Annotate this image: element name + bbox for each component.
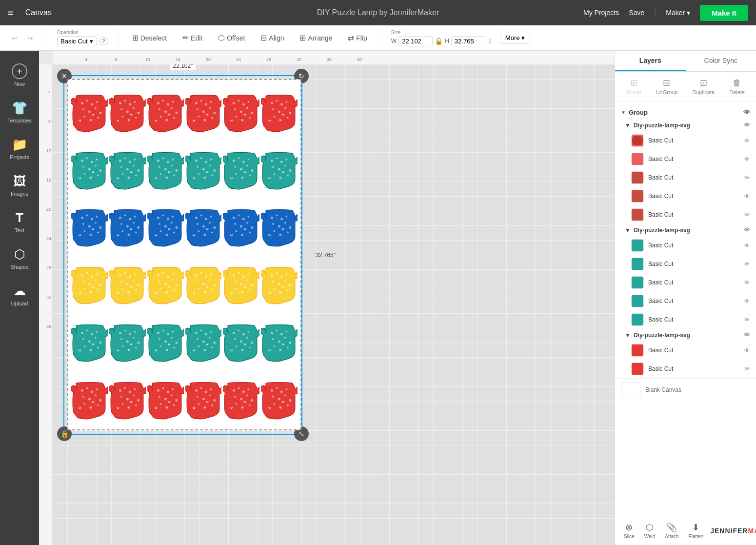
svg-point-230 xyxy=(173,289,175,291)
subgroup-arrow-3: ▼ xyxy=(625,332,631,339)
svg-point-6 xyxy=(95,107,97,109)
panel-tabs: Layers Color Sync xyxy=(615,51,756,72)
save-button[interactable]: Save xyxy=(629,9,644,17)
undo-button[interactable]: ↩ xyxy=(8,32,21,44)
tab-layers[interactable]: Layers xyxy=(615,51,686,71)
svg-point-232 xyxy=(200,272,202,274)
offset-button[interactable]: ⬡ Offset xyxy=(214,31,249,44)
layer-actions: ⊞ Group ⊟ UnGroup ⊡ Duplicate 🗑 Delete xyxy=(615,72,756,101)
svg-point-56 xyxy=(276,100,278,101)
duplicate-button[interactable]: ⊡ Duplicate xyxy=(688,76,718,97)
divider-2 xyxy=(118,29,119,47)
svg-point-219 xyxy=(135,289,137,291)
svg-point-69 xyxy=(96,159,98,161)
layer-item[interactable]: Basic Cut 👁 xyxy=(615,168,756,187)
svg-point-334 xyxy=(82,396,84,398)
svg-rect-398 xyxy=(632,172,643,183)
layer-item[interactable]: Basic Cut 👁 xyxy=(615,273,756,292)
svg-point-112 xyxy=(242,161,245,163)
layer-item[interactable]: Basic Cut 👁 xyxy=(615,131,756,150)
sidebar-item-images[interactable]: 🖼 Images xyxy=(3,169,36,202)
svg-point-85 xyxy=(121,173,123,175)
svg-point-338 xyxy=(84,403,86,405)
svg-point-264 xyxy=(81,332,83,334)
layer-eye-icon[interactable]: 👁 xyxy=(744,261,750,268)
svg-point-370 xyxy=(213,399,216,402)
layer-group-header-main[interactable]: ▼ Group 👁 xyxy=(615,105,756,119)
operation-dropdown[interactable]: Basic Cut ▾ xyxy=(57,36,97,46)
svg-point-148 xyxy=(126,225,129,228)
svg-point-35 xyxy=(204,103,207,105)
svg-point-191 xyxy=(272,223,274,225)
subgroup-header-1[interactable]: ▼ Diy-puzzle-lamp-svg 👁 xyxy=(615,119,756,131)
shapes-icon: ⬡ xyxy=(14,247,25,262)
layer-eye-icon[interactable]: 👁 xyxy=(744,298,750,305)
layer-item[interactable]: Basic Cut 👁 xyxy=(615,150,756,168)
layer-eye-icon[interactable]: 👁 xyxy=(744,347,750,354)
subgroup-header-3[interactable]: ▼ Diy-puzzle-lamp-svg 👁 xyxy=(615,329,756,341)
group-eye-icon[interactable]: 👁 xyxy=(743,108,750,116)
menu-icon[interactable]: ≡ xyxy=(8,7,14,19)
svg-point-247 xyxy=(240,283,242,285)
maker-dropdown[interactable]: Maker ▾ xyxy=(666,9,690,17)
delete-button[interactable]: 🗑 Delete xyxy=(725,76,749,97)
height-input[interactable] xyxy=(451,36,485,46)
sidebar-item-templates[interactable]: 👕 Templates xyxy=(3,96,36,128)
lock-aspect-icon[interactable]: 🔒 xyxy=(435,37,443,45)
puzzle-piece xyxy=(223,370,259,426)
svg-point-245 xyxy=(248,273,250,275)
subgroup-eye-2[interactable]: 👁 xyxy=(744,226,750,234)
layer-eye-icon[interactable]: 👁 xyxy=(744,174,750,182)
layer-eye-icon[interactable]: 👁 xyxy=(744,156,750,163)
sidebar-item-projects[interactable]: 📁 Projects xyxy=(3,132,36,165)
width-input[interactable] xyxy=(398,36,433,46)
layer-item[interactable]: Basic Cut 👁 xyxy=(615,205,756,224)
help-button[interactable]: ? xyxy=(99,37,108,45)
layer-item[interactable]: Basic Cut 👁 xyxy=(615,187,756,205)
weld-button[interactable]: ⬡ Weld xyxy=(641,520,658,541)
svg-point-387 xyxy=(280,390,283,393)
layer-item[interactable]: Basic Cut 👁 xyxy=(615,360,756,378)
subgroup-header-2[interactable]: ▼ Diy-puzzle-lamp-svg 👁 xyxy=(615,224,756,236)
layer-item[interactable]: Basic Cut 👁 xyxy=(615,255,756,273)
layer-eye-icon[interactable]: 👁 xyxy=(744,137,750,144)
layer-item[interactable]: Basic Cut 👁 xyxy=(615,310,756,329)
deselect-button[interactable]: ⊞ Deselect xyxy=(128,31,171,44)
group-button[interactable]: ⊞ Group xyxy=(622,76,645,97)
layer-item[interactable]: Basic Cut 👁 xyxy=(615,236,756,255)
attach-button[interactable]: 📎 Attach xyxy=(662,520,681,541)
sidebar-item-shapes[interactable]: ⬡ Shapes xyxy=(3,242,36,275)
layer-eye-icon[interactable]: 👁 xyxy=(744,242,750,249)
subgroup-eye-1[interactable]: 👁 xyxy=(744,121,750,129)
sidebar-item-new[interactable]: + New xyxy=(3,59,36,92)
slice-button[interactable]: ⊗ Slice xyxy=(621,520,637,541)
subgroup-eye-3[interactable]: 👁 xyxy=(744,331,750,339)
svg-point-212 xyxy=(134,273,136,275)
svg-point-352 xyxy=(157,389,159,392)
edit-button[interactable]: ✏ Edit xyxy=(179,31,206,44)
layer-item[interactable]: Basic Cut 👁 xyxy=(615,292,756,310)
flatten-button[interactable]: ⬇ Flatten xyxy=(686,520,707,541)
redo-button[interactable]: ↪ xyxy=(23,32,37,44)
layer-eye-icon[interactable]: 👁 xyxy=(744,211,750,219)
layer-eye-icon[interactable]: 👁 xyxy=(744,316,750,323)
layer-eye-icon[interactable]: 👁 xyxy=(744,193,750,200)
sidebar-item-label-new: New xyxy=(14,81,25,87)
sidebar-item-text[interactable]: T Text xyxy=(3,205,36,238)
svg-point-188 xyxy=(276,215,278,217)
my-projects-link[interactable]: My Projects xyxy=(583,9,619,17)
svg-point-384 xyxy=(249,404,251,406)
layer-eye-icon[interactable]: 👁 xyxy=(744,279,750,286)
ungroup-button[interactable]: ⊟ UnGroup xyxy=(652,76,682,97)
align-button[interactable]: ⊟ Align xyxy=(257,31,288,44)
sidebar-item-upload[interactable]: ☁ Upload xyxy=(3,279,36,311)
svg-point-381 xyxy=(251,399,254,402)
subgroup-label-2: Diy-puzzle-lamp-svg xyxy=(634,227,741,234)
flip-button[interactable]: ⇄ Flip xyxy=(344,31,371,44)
more-button[interactable]: More ▾ xyxy=(500,32,530,44)
make-it-button[interactable]: Make It xyxy=(700,5,748,21)
layer-item[interactable]: Basic Cut 👁 xyxy=(615,341,756,360)
tab-color-sync[interactable]: Color Sync xyxy=(686,51,756,71)
layer-eye-icon[interactable]: 👁 xyxy=(744,365,750,373)
arrange-button[interactable]: ⊞ Arrange xyxy=(296,31,336,44)
